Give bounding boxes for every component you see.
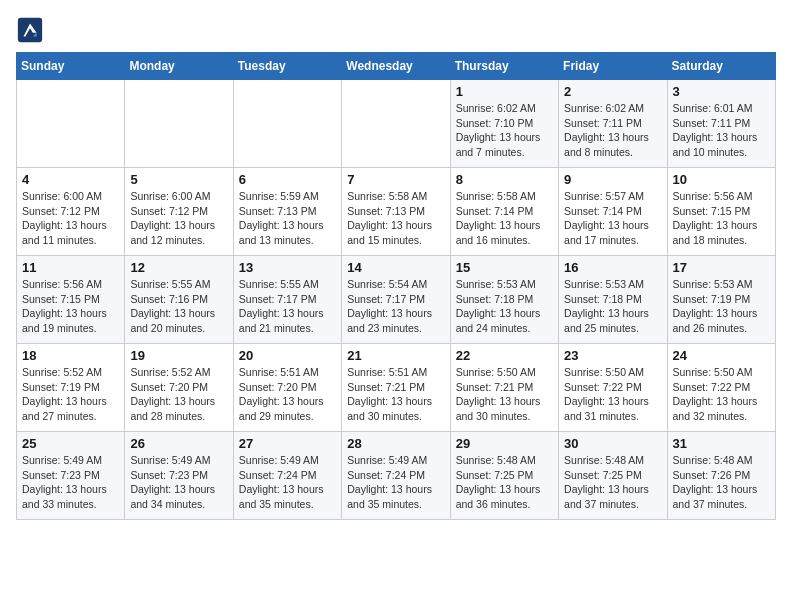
day-info: Sunrise: 5:49 AM Sunset: 7:24 PM Dayligh…: [239, 453, 336, 512]
day-number: 22: [456, 348, 553, 363]
calendar-table: SundayMondayTuesdayWednesdayThursdayFrid…: [16, 52, 776, 520]
svg-rect-0: [18, 18, 42, 42]
calendar-week-row: 1Sunrise: 6:02 AM Sunset: 7:10 PM Daylig…: [17, 80, 776, 168]
calendar-cell: 14Sunrise: 5:54 AM Sunset: 7:17 PM Dayli…: [342, 256, 450, 344]
day-info: Sunrise: 5:55 AM Sunset: 7:16 PM Dayligh…: [130, 277, 227, 336]
calendar-cell: 8Sunrise: 5:58 AM Sunset: 7:14 PM Daylig…: [450, 168, 558, 256]
day-info: Sunrise: 5:55 AM Sunset: 7:17 PM Dayligh…: [239, 277, 336, 336]
day-number: 6: [239, 172, 336, 187]
day-number: 20: [239, 348, 336, 363]
day-number: 13: [239, 260, 336, 275]
calendar-week-row: 18Sunrise: 5:52 AM Sunset: 7:19 PM Dayli…: [17, 344, 776, 432]
calendar-cell: 18Sunrise: 5:52 AM Sunset: 7:19 PM Dayli…: [17, 344, 125, 432]
day-info: Sunrise: 5:56 AM Sunset: 7:15 PM Dayligh…: [673, 189, 770, 248]
calendar-cell: 22Sunrise: 5:50 AM Sunset: 7:21 PM Dayli…: [450, 344, 558, 432]
day-number: 2: [564, 84, 661, 99]
day-info: Sunrise: 5:53 AM Sunset: 7:18 PM Dayligh…: [456, 277, 553, 336]
calendar-cell: 27Sunrise: 5:49 AM Sunset: 7:24 PM Dayli…: [233, 432, 341, 520]
day-info: Sunrise: 5:49 AM Sunset: 7:24 PM Dayligh…: [347, 453, 444, 512]
day-info: Sunrise: 5:53 AM Sunset: 7:19 PM Dayligh…: [673, 277, 770, 336]
day-info: Sunrise: 6:02 AM Sunset: 7:10 PM Dayligh…: [456, 101, 553, 160]
day-number: 14: [347, 260, 444, 275]
day-info: Sunrise: 5:52 AM Sunset: 7:20 PM Dayligh…: [130, 365, 227, 424]
day-info: Sunrise: 5:51 AM Sunset: 7:21 PM Dayligh…: [347, 365, 444, 424]
calendar-cell: 23Sunrise: 5:50 AM Sunset: 7:22 PM Dayli…: [559, 344, 667, 432]
day-number: 11: [22, 260, 119, 275]
day-info: Sunrise: 5:49 AM Sunset: 7:23 PM Dayligh…: [130, 453, 227, 512]
calendar-cell: 17Sunrise: 5:53 AM Sunset: 7:19 PM Dayli…: [667, 256, 775, 344]
calendar-cell: 4Sunrise: 6:00 AM Sunset: 7:12 PM Daylig…: [17, 168, 125, 256]
weekday-header: Friday: [559, 53, 667, 80]
calendar-cell: 9Sunrise: 5:57 AM Sunset: 7:14 PM Daylig…: [559, 168, 667, 256]
day-number: 8: [456, 172, 553, 187]
calendar-week-row: 11Sunrise: 5:56 AM Sunset: 7:15 PM Dayli…: [17, 256, 776, 344]
calendar-cell: 13Sunrise: 5:55 AM Sunset: 7:17 PM Dayli…: [233, 256, 341, 344]
day-info: Sunrise: 5:50 AM Sunset: 7:21 PM Dayligh…: [456, 365, 553, 424]
day-info: Sunrise: 5:52 AM Sunset: 7:19 PM Dayligh…: [22, 365, 119, 424]
calendar-cell: 21Sunrise: 5:51 AM Sunset: 7:21 PM Dayli…: [342, 344, 450, 432]
day-info: Sunrise: 5:58 AM Sunset: 7:13 PM Dayligh…: [347, 189, 444, 248]
calendar-cell: 31Sunrise: 5:48 AM Sunset: 7:26 PM Dayli…: [667, 432, 775, 520]
day-number: 9: [564, 172, 661, 187]
calendar-week-row: 4Sunrise: 6:00 AM Sunset: 7:12 PM Daylig…: [17, 168, 776, 256]
calendar-cell: [233, 80, 341, 168]
day-info: Sunrise: 5:50 AM Sunset: 7:22 PM Dayligh…: [673, 365, 770, 424]
day-info: Sunrise: 5:50 AM Sunset: 7:22 PM Dayligh…: [564, 365, 661, 424]
day-number: 25: [22, 436, 119, 451]
day-info: Sunrise: 5:51 AM Sunset: 7:20 PM Dayligh…: [239, 365, 336, 424]
calendar-cell: 20Sunrise: 5:51 AM Sunset: 7:20 PM Dayli…: [233, 344, 341, 432]
day-number: 30: [564, 436, 661, 451]
day-info: Sunrise: 5:56 AM Sunset: 7:15 PM Dayligh…: [22, 277, 119, 336]
day-number: 1: [456, 84, 553, 99]
day-info: Sunrise: 6:00 AM Sunset: 7:12 PM Dayligh…: [130, 189, 227, 248]
calendar-cell: 3Sunrise: 6:01 AM Sunset: 7:11 PM Daylig…: [667, 80, 775, 168]
calendar-cell: 11Sunrise: 5:56 AM Sunset: 7:15 PM Dayli…: [17, 256, 125, 344]
day-number: 21: [347, 348, 444, 363]
day-number: 24: [673, 348, 770, 363]
day-number: 17: [673, 260, 770, 275]
page-header: [16, 16, 776, 44]
calendar-cell: 2Sunrise: 6:02 AM Sunset: 7:11 PM Daylig…: [559, 80, 667, 168]
day-number: 19: [130, 348, 227, 363]
weekday-header-row: SundayMondayTuesdayWednesdayThursdayFrid…: [17, 53, 776, 80]
calendar-cell: 1Sunrise: 6:02 AM Sunset: 7:10 PM Daylig…: [450, 80, 558, 168]
calendar-cell: 29Sunrise: 5:48 AM Sunset: 7:25 PM Dayli…: [450, 432, 558, 520]
day-number: 5: [130, 172, 227, 187]
day-number: 31: [673, 436, 770, 451]
weekday-header: Wednesday: [342, 53, 450, 80]
day-info: Sunrise: 5:48 AM Sunset: 7:26 PM Dayligh…: [673, 453, 770, 512]
calendar-cell: 28Sunrise: 5:49 AM Sunset: 7:24 PM Dayli…: [342, 432, 450, 520]
day-number: 16: [564, 260, 661, 275]
day-number: 12: [130, 260, 227, 275]
day-info: Sunrise: 6:02 AM Sunset: 7:11 PM Dayligh…: [564, 101, 661, 160]
day-info: Sunrise: 5:48 AM Sunset: 7:25 PM Dayligh…: [456, 453, 553, 512]
calendar-cell: 7Sunrise: 5:58 AM Sunset: 7:13 PM Daylig…: [342, 168, 450, 256]
day-number: 10: [673, 172, 770, 187]
calendar-cell: [342, 80, 450, 168]
calendar-cell: 25Sunrise: 5:49 AM Sunset: 7:23 PM Dayli…: [17, 432, 125, 520]
calendar-cell: [17, 80, 125, 168]
day-info: Sunrise: 6:00 AM Sunset: 7:12 PM Dayligh…: [22, 189, 119, 248]
day-number: 7: [347, 172, 444, 187]
day-info: Sunrise: 5:58 AM Sunset: 7:14 PM Dayligh…: [456, 189, 553, 248]
calendar-cell: 26Sunrise: 5:49 AM Sunset: 7:23 PM Dayli…: [125, 432, 233, 520]
day-number: 29: [456, 436, 553, 451]
day-info: Sunrise: 5:53 AM Sunset: 7:18 PM Dayligh…: [564, 277, 661, 336]
weekday-header: Thursday: [450, 53, 558, 80]
weekday-header: Saturday: [667, 53, 775, 80]
day-number: 27: [239, 436, 336, 451]
calendar-cell: 6Sunrise: 5:59 AM Sunset: 7:13 PM Daylig…: [233, 168, 341, 256]
day-info: Sunrise: 6:01 AM Sunset: 7:11 PM Dayligh…: [673, 101, 770, 160]
day-number: 28: [347, 436, 444, 451]
day-info: Sunrise: 5:57 AM Sunset: 7:14 PM Dayligh…: [564, 189, 661, 248]
day-info: Sunrise: 5:54 AM Sunset: 7:17 PM Dayligh…: [347, 277, 444, 336]
calendar-cell: [125, 80, 233, 168]
calendar-cell: 12Sunrise: 5:55 AM Sunset: 7:16 PM Dayli…: [125, 256, 233, 344]
day-number: 26: [130, 436, 227, 451]
logo: [16, 16, 48, 44]
calendar-cell: 19Sunrise: 5:52 AM Sunset: 7:20 PM Dayli…: [125, 344, 233, 432]
weekday-header: Sunday: [17, 53, 125, 80]
day-number: 23: [564, 348, 661, 363]
day-info: Sunrise: 5:49 AM Sunset: 7:23 PM Dayligh…: [22, 453, 119, 512]
day-number: 18: [22, 348, 119, 363]
